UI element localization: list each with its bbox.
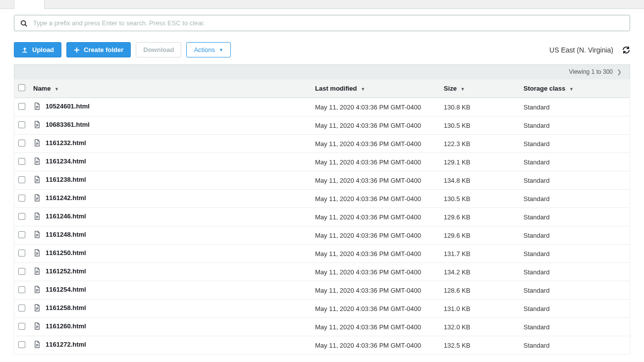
row-checkbox[interactable] [18,103,25,110]
table-row[interactable]: 1161242.htmlMay 11, 2020 4:03:36 PM GMT-… [14,190,630,208]
file-name-label: 1161258.html [46,304,86,311]
file-icon [33,212,41,220]
row-checkbox[interactable] [18,323,25,330]
file-name-label: 1161252.html [46,267,86,275]
row-checkbox[interactable] [18,213,25,220]
cell-modified: May 11, 2020 4:03:36 PM GMT-0400 [311,208,440,226]
cell-modified: May 11, 2020 4:03:36 PM GMT-0400 [311,263,440,281]
file-icon [33,157,41,165]
create-folder-label: Create folder [84,46,123,53]
cell-storage: Standard [520,116,630,135]
row-checkbox[interactable] [18,305,25,311]
cell-size: 134.2 KB [440,263,520,281]
row-checkbox[interactable] [18,250,25,257]
file-icon [33,286,41,293]
file-name-label: 10683361.html [46,121,90,128]
col-modified-header[interactable]: Last modified ▼ [311,79,440,98]
cell-storage: Standard [520,226,630,245]
row-checkbox[interactable] [18,286,25,293]
file-name-label: 1161234.html [46,157,86,165]
row-checkbox[interactable] [18,231,25,238]
file-name-label: 10524601.html [46,103,90,110]
row-checkbox[interactable] [18,158,25,165]
file-icon [33,322,41,330]
cell-storage: Standard [520,190,630,208]
cell-size: 129.6 KB [440,226,520,245]
file-icon [33,249,41,257]
cell-modified: May 11, 2020 4:03:36 PM GMT-0400 [311,171,440,190]
svg-point-0 [21,20,26,25]
cell-size: 130.5 KB [440,116,520,135]
cell-modified: May 11, 2020 4:03:36 PM GMT-0400 [311,98,440,116]
table-row[interactable]: 1161234.htmlMay 11, 2020 4:03:36 PM GMT-… [14,153,630,171]
cell-modified: May 11, 2020 4:03:36 PM GMT-0400 [311,135,440,153]
tab-overview[interactable] [14,0,45,9]
file-name-label: 1161238.html [46,176,86,183]
cell-size: 134.8 KB [440,171,520,190]
table-row[interactable]: 1161254.htmlMay 11, 2020 4:03:36 PM GMT-… [14,281,630,300]
actions-label: Actions [194,46,215,53]
row-checkbox[interactable] [18,121,25,128]
table-row[interactable]: 1161252.htmlMay 11, 2020 4:03:36 PM GMT-… [14,263,630,281]
paging-bar: Viewing 1 to 300 ❯ [14,64,630,79]
col-size-header[interactable]: Size ▼ [440,79,520,98]
cell-modified: May 11, 2020 4:03:36 PM GMT-0400 [311,336,440,355]
table-row[interactable]: 1161258.htmlMay 11, 2020 4:03:36 PM GMT-… [14,300,630,318]
table-row[interactable]: 1161250.htmlMay 11, 2020 4:03:36 PM GMT-… [14,245,630,263]
file-icon [33,267,41,275]
col-modified-label: Last modified [315,85,357,92]
cell-size: 122.3 KB [440,135,520,153]
search-icon [20,20,27,27]
cell-storage: Standard [520,281,630,300]
row-checkbox[interactable] [18,341,25,348]
table-row[interactable]: 1161272.htmlMay 11, 2020 4:03:36 PM GMT-… [14,336,630,355]
cell-storage: Standard [520,263,630,281]
search-input[interactable] [33,19,624,27]
table-row[interactable]: 1161260.htmlMay 11, 2020 4:03:36 PM GMT-… [14,318,630,336]
table-row[interactable]: 10683361.htmlMay 11, 2020 4:03:36 PM GMT… [14,116,630,135]
cell-size: 128.6 KB [440,281,520,300]
file-name-label: 1161246.html [46,212,86,220]
cell-storage: Standard [520,300,630,318]
actions-dropdown[interactable]: Actions ▼ [186,42,231,57]
file-name-label: 1161248.html [46,231,86,238]
upload-button[interactable]: Upload [14,42,61,57]
cell-storage: Standard [520,171,630,190]
row-checkbox[interactable] [18,176,25,183]
cell-storage: Standard [520,153,630,171]
paging-text: Viewing 1 to 300 [569,68,613,75]
cell-modified: May 11, 2020 4:03:36 PM GMT-0400 [311,300,440,318]
file-icon [33,194,41,202]
col-checkbox [14,79,30,98]
table-row[interactable]: 1161232.htmlMay 11, 2020 4:03:36 PM GMT-… [14,135,630,153]
row-checkbox[interactable] [18,268,25,275]
row-checkbox[interactable] [18,195,25,202]
file-name-label: 1161260.html [46,322,86,330]
cell-size: 131.7 KB [440,245,520,263]
col-storage-label: Storage class [524,85,566,92]
cell-modified: May 11, 2020 4:03:36 PM GMT-0400 [311,318,440,336]
search-bar[interactable] [14,15,630,31]
select-all-checkbox[interactable] [18,84,25,91]
table-row[interactable]: 1161238.htmlMay 11, 2020 4:03:36 PM GMT-… [14,171,630,190]
col-name-label: Name [33,85,51,92]
create-folder-button[interactable]: Create folder [66,42,131,57]
cell-size: 129.6 KB [440,208,520,226]
table-row[interactable]: 10524601.htmlMay 11, 2020 4:03:36 PM GMT… [14,98,630,116]
cell-storage: Standard [520,245,630,263]
file-name-label: 1161232.html [46,139,86,147]
svg-line-1 [25,24,27,26]
file-icon [33,139,41,147]
cell-size: 130.5 KB [440,190,520,208]
refresh-icon[interactable] [622,46,630,54]
col-storage-header[interactable]: Storage class ▼ [520,79,630,98]
cell-modified: May 11, 2020 4:03:36 PM GMT-0400 [311,226,440,245]
cell-size: 132.5 KB [440,336,520,355]
next-page-icon[interactable]: ❯ [617,68,622,75]
table-row[interactable]: 1161246.htmlMay 11, 2020 4:03:36 PM GMT-… [14,208,630,226]
col-name-header[interactable]: Name ▼ [29,79,311,98]
file-name-label: 1161250.html [46,249,86,257]
cell-storage: Standard [520,318,630,336]
row-checkbox[interactable] [18,140,25,147]
table-row[interactable]: 1161248.htmlMay 11, 2020 4:03:36 PM GMT-… [14,226,630,245]
